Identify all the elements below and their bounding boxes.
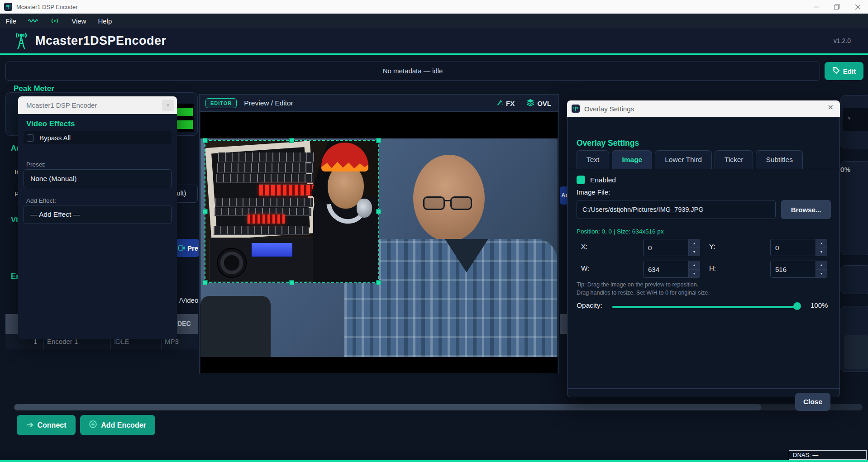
window-titlebar: Mcaster1 DSP Encoder bbox=[0, 0, 868, 14]
right-panel-card: ˅ bbox=[840, 95, 868, 148]
bypass-all-label: Bypass All bbox=[39, 134, 71, 142]
y-spin-up[interactable]: ▲ bbox=[816, 239, 827, 248]
menu-view[interactable]: View bbox=[72, 17, 86, 25]
y-stepper: ▲▼ bbox=[770, 239, 827, 256]
chevron-down-icon: ˅ bbox=[848, 115, 851, 122]
w-input[interactable] bbox=[644, 261, 688, 277]
menu-help[interactable]: Help bbox=[98, 17, 112, 25]
fx-button[interactable]: FX bbox=[496, 99, 515, 108]
dialog-app-icon bbox=[572, 105, 580, 113]
right-panel-control bbox=[844, 335, 868, 369]
right-panel-card bbox=[840, 161, 868, 255]
effects-panel-close-button[interactable]: × bbox=[162, 100, 174, 111]
dialog-titlebar[interactable]: Overlay Settings ✕ bbox=[567, 100, 840, 117]
app-window: Mcaster1 DSP Encoder File View Help Mcas… bbox=[0, 0, 868, 462]
tab-ticker[interactable]: Ticker bbox=[715, 150, 754, 169]
image-file-input[interactable] bbox=[577, 200, 776, 219]
app-header: Mcaster1DSPEncoder v1.2.0 bbox=[0, 28, 868, 55]
editor-panel: EDITOR Preview / Editor FX OVL bbox=[199, 94, 559, 374]
tab-lower-third[interactable]: Lower Third bbox=[655, 150, 712, 169]
version-label: v1.2.0 bbox=[834, 37, 851, 44]
resize-handle-e[interactable] bbox=[376, 209, 381, 214]
video-effects-heading: Video Effects bbox=[26, 119, 75, 129]
add-encoder-button[interactable]: Add Encoder bbox=[80, 415, 155, 435]
connect-button[interactable]: Connect bbox=[17, 415, 76, 435]
horizontal-scrollbar[interactable] bbox=[14, 404, 863, 410]
x-spin-up[interactable]: ▲ bbox=[689, 239, 700, 248]
effects-panel-titlebar[interactable]: Mcaster1 DSP Encoder bbox=[18, 96, 177, 114]
tag-icon bbox=[832, 67, 840, 76]
right-panel-card bbox=[840, 306, 868, 372]
scrollbar-thumb[interactable] bbox=[14, 404, 761, 410]
effects-panel-body: Video Effects Bypass All Preset: None (M… bbox=[18, 114, 177, 339]
default-value-partial: ult) bbox=[176, 189, 186, 197]
maximize-button[interactable] bbox=[826, 0, 847, 14]
ovl-button[interactable]: OVL bbox=[526, 99, 551, 108]
overlay-image bbox=[205, 141, 378, 282]
tab-text[interactable]: Text bbox=[577, 150, 609, 169]
w-spin-down[interactable]: ▼ bbox=[689, 270, 700, 278]
h-spin-up[interactable]: ▲ bbox=[816, 261, 827, 270]
x-spin-down[interactable]: ▼ bbox=[689, 248, 700, 256]
dialog-footer-divider bbox=[568, 388, 839, 389]
x-stepper: ▲▼ bbox=[643, 239, 700, 256]
video-preview-stage[interactable] bbox=[200, 112, 558, 373]
x-input[interactable] bbox=[644, 239, 688, 256]
dialog-close-icon[interactable]: ✕ bbox=[828, 104, 834, 111]
peak-meter-label: Peak Meter bbox=[14, 84, 54, 93]
enabled-checkbox[interactable] bbox=[577, 176, 585, 184]
resize-handle-ne[interactable] bbox=[376, 138, 381, 143]
close-button[interactable] bbox=[847, 0, 868, 14]
bypass-all-checkbox[interactable] bbox=[27, 134, 34, 142]
resize-handle-w[interactable] bbox=[203, 209, 208, 214]
bypass-all-row[interactable]: Bypass All bbox=[24, 131, 172, 144]
overlay-image-selection[interactable] bbox=[205, 140, 379, 283]
y-spin-down[interactable]: ▼ bbox=[816, 248, 827, 256]
audio-tab-partial[interactable]: Au bbox=[560, 186, 567, 205]
resize-handle-sw[interactable] bbox=[203, 280, 208, 285]
av-column-partial: /Video bbox=[179, 296, 198, 304]
browse-button[interactable]: Browse... bbox=[781, 200, 831, 219]
app-icon bbox=[4, 3, 12, 11]
tip-line-1: Tip: Drag the image on the preview to re… bbox=[577, 281, 698, 288]
fx-wand-icon bbox=[496, 99, 503, 108]
h-input[interactable] bbox=[771, 261, 816, 277]
dialog-close-button[interactable]: Close bbox=[795, 393, 830, 411]
preset-select[interactable]: None (Manual) bbox=[24, 169, 172, 188]
right-panel-display bbox=[843, 108, 868, 131]
h-spin-down[interactable]: ▼ bbox=[816, 270, 827, 278]
menu-bar: File View Help bbox=[0, 14, 868, 28]
y-input[interactable] bbox=[771, 239, 816, 256]
resize-handle-n[interactable] bbox=[289, 138, 294, 143]
overlay-tabs: Text Image Lower Third Ticker Subtitles bbox=[577, 150, 803, 169]
enabled-row[interactable]: Enabled bbox=[577, 176, 616, 184]
resize-handle-nw[interactable] bbox=[203, 138, 208, 143]
y-label: Y: bbox=[709, 243, 715, 250]
window-title: Mcaster1 DSP Encoder bbox=[16, 4, 78, 10]
preview-toggle-button[interactable]: Pre bbox=[176, 239, 199, 257]
tab-subtitles[interactable]: Subtitles bbox=[756, 150, 802, 169]
overlay-settings-dialog: Overlay Settings ✕ Overlay Settings Text… bbox=[567, 100, 840, 397]
resize-handle-se[interactable] bbox=[376, 280, 381, 285]
menu-file[interactable]: File bbox=[5, 17, 16, 25]
broadcast-icon[interactable] bbox=[50, 18, 60, 24]
w-spin-up[interactable]: ▲ bbox=[689, 261, 700, 270]
person-glasses bbox=[423, 196, 477, 211]
cdj-deck bbox=[209, 238, 316, 282]
minimize-button[interactable] bbox=[806, 0, 826, 14]
bottom-accent-line bbox=[0, 460, 868, 462]
led-display bbox=[259, 184, 314, 196]
edit-button[interactable]: Edit bbox=[825, 62, 863, 80]
enabled-label: Enabled bbox=[590, 176, 616, 184]
tab-image[interactable]: Image bbox=[612, 150, 652, 169]
editor-toolbar: EDITOR Preview / Editor FX OVL bbox=[200, 95, 558, 112]
opacity-slider-thumb[interactable] bbox=[793, 302, 801, 310]
opacity-slider[interactable] bbox=[612, 306, 801, 308]
add-effect-select[interactable]: — Add Effect — bbox=[24, 205, 172, 224]
codec-column-partial: DEC bbox=[177, 320, 191, 327]
metadata-status: No metadata — idle bbox=[5, 62, 820, 81]
dialog-window-title: Overlay Settings bbox=[584, 105, 634, 113]
editor-title: Preview / Editor bbox=[244, 99, 293, 107]
resize-handle-s[interactable] bbox=[289, 280, 294, 285]
wave-icon[interactable] bbox=[28, 18, 38, 24]
